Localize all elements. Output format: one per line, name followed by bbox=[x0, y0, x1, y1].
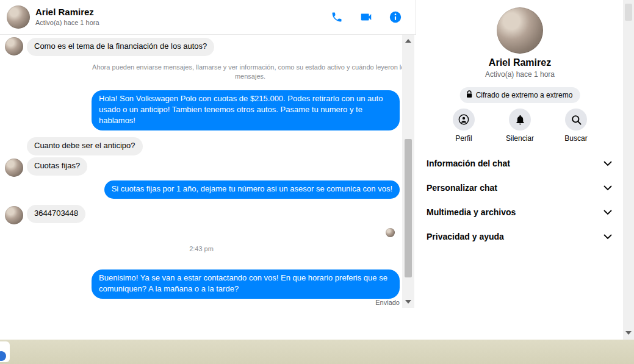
sender-avatar bbox=[5, 159, 23, 177]
message-composer: GIF bbox=[0, 308, 416, 340]
search-icon bbox=[565, 109, 587, 130]
conversation-info-icon[interactable] bbox=[389, 10, 402, 24]
message-bubble-in: 3644703448 bbox=[27, 205, 85, 223]
encryption-badge[interactable]: Cifrado de extremo a extremo bbox=[460, 87, 580, 103]
message-bubble-out: Hola! Son Volkswagen Polo con cuotas de … bbox=[92, 90, 400, 130]
video-call-icon[interactable] bbox=[359, 10, 373, 24]
chevron-down-icon bbox=[603, 159, 612, 168]
message-row: Hola! Son Volkswagen Polo con cuotas de … bbox=[92, 90, 400, 130]
page-scroll-down-arrow-icon[interactable] bbox=[625, 331, 632, 335]
message-row: Cuotas fijas? bbox=[27, 157, 87, 176]
contact-active-status: Activo(a) hace 1 hora bbox=[35, 19, 99, 26]
phone-call-icon[interactable] bbox=[330, 10, 344, 24]
contact-sidebar: Ariel Ramirez Activo(a) hace 1 hora Cifr… bbox=[417, 0, 623, 340]
message-bubble-in: Cuanto debe ser el anticipo? bbox=[27, 137, 143, 155]
mute-label: Silenciar bbox=[506, 134, 534, 143]
page-scrollbar-thumb[interactable] bbox=[625, 4, 632, 21]
message-row: Buenisimo! Ya se van a estar contactando… bbox=[92, 269, 400, 299]
message-row: 3644703448 bbox=[27, 205, 85, 223]
section-label: Personalizar chat bbox=[427, 183, 497, 193]
search-label: Buscar bbox=[564, 134, 587, 143]
section-label: Privacidad y ayuda bbox=[427, 232, 504, 241]
conversation-timestamp: 2:43 pm bbox=[0, 245, 403, 252]
lock-icon bbox=[466, 90, 473, 100]
system-notice: Ahora pueden enviarse mensajes, llamarse… bbox=[92, 63, 409, 81]
message-list: Como es el tema de la financiación de lo… bbox=[0, 35, 416, 308]
contact-avatar bbox=[7, 5, 30, 29]
scroll-up-arrow-icon[interactable] bbox=[405, 39, 411, 43]
mute-bell-icon bbox=[509, 109, 531, 130]
taskbar-edge-widget[interactable] bbox=[0, 341, 10, 362]
seen-indicator-avatar bbox=[386, 228, 395, 237]
section-privacy-help[interactable]: Privacidad y ayuda bbox=[417, 224, 623, 249]
chat-header: Ariel Ramirez Activo(a) hace 1 hora bbox=[0, 0, 416, 35]
mute-button[interactable]: Silenciar bbox=[500, 109, 539, 143]
contact-name: Ariel Ramirez bbox=[35, 7, 94, 17]
chevron-down-icon bbox=[603, 207, 612, 217]
message-bubble-out: Si cuotas fijas por 1 año, dejame tu núm… bbox=[104, 180, 400, 199]
section-chat-info[interactable]: Información del chat bbox=[417, 151, 623, 176]
message-bubble-out: Buenisimo! Ya se van a estar contactando… bbox=[92, 269, 400, 299]
section-customize-chat[interactable]: Personalizar chat bbox=[417, 176, 623, 200]
chevron-down-icon bbox=[603, 183, 612, 193]
sidebar-active-status: Activo(a) hace 1 hora bbox=[417, 70, 623, 79]
message-row: Si cuotas fijas por 1 año, dejame tu núm… bbox=[104, 180, 400, 199]
profile-icon bbox=[453, 109, 475, 130]
sender-avatar bbox=[5, 37, 23, 55]
section-media-files[interactable]: Multimedia y archivos bbox=[417, 200, 623, 224]
sidebar-contact-name: Ariel Ramirez bbox=[417, 57, 623, 68]
chat-scrollbar-thumb[interactable] bbox=[405, 139, 412, 277]
section-label: Información del chat bbox=[427, 159, 510, 168]
chevron-down-icon bbox=[603, 232, 612, 241]
windows-taskbar: B ESP 14:43 7/12/2024 1 bbox=[0, 340, 634, 364]
contact-avatar-large bbox=[497, 7, 543, 54]
search-button[interactable]: Buscar bbox=[557, 109, 596, 143]
page-scrollbar[interactable] bbox=[623, 0, 634, 340]
sent-status: Enviado bbox=[375, 299, 400, 306]
profile-label: Perfil bbox=[455, 134, 472, 143]
scroll-down-arrow-icon[interactable] bbox=[405, 300, 411, 304]
chat-panel: Ariel Ramirez Activo(a) hace 1 hora Como… bbox=[0, 0, 416, 340]
section-label: Multimedia y archivos bbox=[427, 207, 516, 217]
encryption-badge-label: Cifrado de extremo a extremo bbox=[476, 91, 573, 99]
sender-avatar bbox=[5, 206, 23, 224]
chat-scrollbar[interactable] bbox=[402, 35, 414, 308]
message-row: Cuanto debe ser el anticipo? bbox=[27, 137, 143, 155]
message-bubble-in: Cuotas fijas? bbox=[27, 157, 87, 176]
profile-button[interactable]: Perfil bbox=[444, 109, 483, 143]
message-row: Como es el tema de la financiación de lo… bbox=[27, 38, 214, 56]
message-bubble-in: Como es el tema de la financiación de lo… bbox=[27, 38, 214, 56]
